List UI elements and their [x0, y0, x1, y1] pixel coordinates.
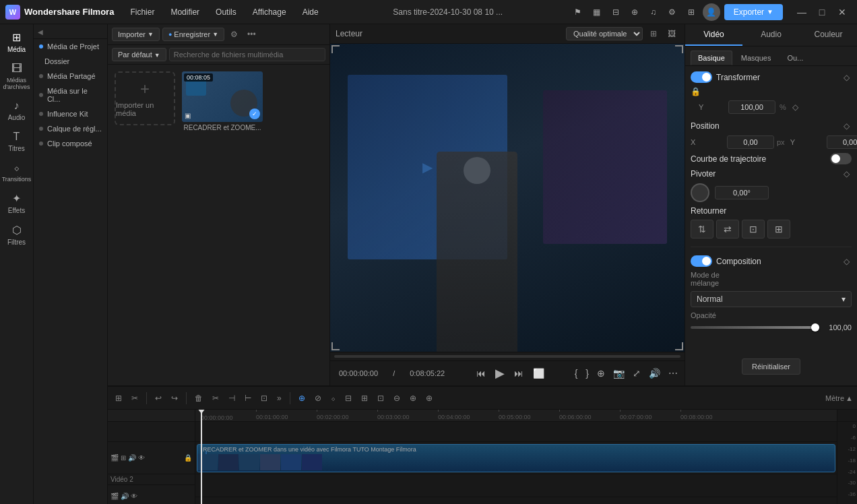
lock-icon[interactable]: 🔒 [691, 87, 701, 96]
play-button[interactable]: ▶ [492, 365, 508, 382]
sub-tab-masques[interactable]: Masques [734, 51, 779, 65]
tree-item-calque[interactable]: Calque de régl... [34, 121, 107, 136]
sub-tab-basique[interactable]: Basique [691, 51, 732, 65]
next-frame-button[interactable]: ⏭ [511, 367, 527, 380]
flip-h-button[interactable]: ⇄ [716, 220, 739, 239]
tl-scissors[interactable]: ✂ [209, 392, 222, 404]
volume-button[interactable]: 🔊 [645, 367, 664, 380]
video2-clip[interactable]: RECADRER et ZOOMER dans une vidéo avec F… [197, 444, 835, 472]
fullscreen-button[interactable]: ⤢ [629, 367, 644, 380]
pivot-circle[interactable] [691, 183, 709, 202]
tab-audio[interactable]: ♪ Audio [1, 96, 32, 125]
tab-archives[interactable]: 🎞 Médias d'archives [1, 59, 32, 94]
tl-magnet[interactable]: ⊕ [295, 392, 309, 404]
scale-keyframe[interactable]: ◇ [790, 102, 801, 113]
flip-4-button[interactable]: ⊞ [767, 220, 790, 239]
tl-audio-detach[interactable]: ⊡ [374, 392, 387, 404]
transformer-toggle[interactable] [691, 71, 712, 83]
video1-mute[interactable]: 🔊 [121, 493, 129, 500]
tl-undo[interactable]: ↩ [152, 392, 165, 404]
add-mark-button[interactable]: ⊕ [594, 367, 608, 380]
tab-titres[interactable]: T Titres [1, 127, 32, 156]
tree-item-partage[interactable]: Média Partagé [34, 69, 107, 84]
prev-frame-button[interactable]: ⏮ [473, 367, 489, 380]
record-button[interactable]: ● Enregistrer ▼ [162, 28, 224, 41]
video2-mute[interactable]: 🔊 [128, 454, 136, 462]
opacity-slider[interactable] [691, 326, 819, 329]
tab-filtres[interactable]: ⬡ Filtres [1, 220, 32, 250]
toolbar-icon-5[interactable]: ♫ [646, 5, 661, 20]
tl-link[interactable]: ⊕ [406, 392, 420, 404]
video2-lock[interactable]: 🔒 [184, 454, 192, 462]
tl-marker[interactable]: ⬦ [327, 392, 339, 404]
toolbar-icon-2[interactable]: ▦ [590, 5, 604, 20]
tree-item-dossier[interactable]: Dossier [34, 54, 107, 69]
pivot-input[interactable] [715, 186, 769, 199]
tree-item-cloud[interactable]: Média sur le Cl... [34, 84, 107, 106]
menu-modifier[interactable]: Modifier [164, 5, 206, 20]
menu-affichage[interactable]: Affichage [246, 5, 293, 20]
import-button[interactable]: Importer ▼ [112, 28, 160, 41]
tab-video[interactable]: Vidéo [685, 24, 742, 46]
tl-crop[interactable]: ⊡ [257, 392, 271, 404]
composition-toggle[interactable] [691, 255, 712, 267]
composition-keyframe[interactable]: ◇ [841, 256, 852, 267]
quality-select[interactable]: Qualité optimale [566, 27, 643, 40]
more-button[interactable]: ⋯ [665, 367, 681, 380]
sub-tab-other[interactable]: Ou... [780, 51, 811, 65]
flip-3-button[interactable]: ⊡ [742, 220, 765, 239]
tab-couleur[interactable]: Couleur [800, 24, 857, 46]
tl-minus[interactable]: ⊖ [390, 392, 404, 404]
toolbar-icon-7[interactable]: ⊞ [684, 5, 699, 20]
user-avatar[interactable]: 👤 [703, 3, 720, 21]
tree-item-clip[interactable]: Clip composé [34, 136, 107, 151]
mark-out-button[interactable]: } [582, 367, 592, 380]
tab-audio-panel[interactable]: Audio [742, 24, 800, 46]
track-row-video2[interactable]: RECADRER et ZOOMER dans une vidéo avec F… [195, 442, 837, 474]
position-keyframe[interactable]: ◇ [841, 121, 852, 131]
flip-v-button[interactable]: ⇅ [691, 220, 713, 239]
scale-y-input[interactable] [728, 100, 775, 114]
pos-x-input[interactable] [727, 135, 774, 149]
blend-select[interactable]: Normal ▾ [691, 291, 852, 307]
toolbar-icon-4[interactable]: ⊕ [627, 5, 642, 20]
sort-button[interactable]: Par défaut ▼ [112, 48, 166, 61]
maximize-button[interactable]: □ [813, 3, 831, 22]
menu-aide[interactable]: Aide [296, 5, 325, 20]
toolbar-icon-6[interactable]: ⚙ [665, 5, 680, 20]
export-button[interactable]: Exporter ▼ [724, 4, 783, 20]
toolbar-icon-1[interactable]: ⚑ [571, 5, 585, 20]
tab-transitions[interactable]: ⬦ Transitions [1, 158, 32, 187]
tl-add-track[interactable]: ⊞ [112, 392, 125, 404]
tree-item-influence[interactable]: Influence Kit [34, 106, 107, 121]
menu-fichier[interactable]: Fichier [123, 5, 161, 20]
stop-button[interactable]: ⬜ [530, 367, 548, 380]
tl-redo[interactable]: ↪ [168, 392, 181, 404]
progress-bar[interactable] [334, 355, 680, 358]
close-button[interactable]: ✕ [833, 3, 852, 22]
more-options-icon[interactable]: ••• [244, 28, 259, 40]
tree-item-projet[interactable]: Média de Projet [34, 39, 107, 54]
video1-eye[interactable]: 👁 [131, 493, 137, 500]
tl-speed[interactable]: ⊞ [358, 392, 371, 404]
toolbar-icon-3[interactable]: ⊟ [608, 5, 623, 20]
tl-more[interactable]: » [274, 392, 285, 404]
minimize-button[interactable]: — [792, 3, 811, 22]
pos-y-input[interactable] [827, 135, 857, 149]
tl-delete[interactable]: 🗑 [191, 392, 206, 404]
video2-eye[interactable]: 👁 [138, 454, 145, 462]
tl-trim[interactable]: ⊣ [225, 392, 239, 404]
tl-add[interactable]: ⊕ [422, 392, 436, 404]
media-thumbnail[interactable]: 00:08:05 ✓ ▣ RECADRER et ZOOME... [182, 71, 263, 131]
reset-button[interactable]: Réinitialiser [742, 358, 800, 375]
menu-outils[interactable]: Outils [209, 5, 243, 20]
preview-image-icon[interactable]: 🖼 [664, 28, 679, 40]
trajectory-toggle[interactable] [830, 153, 852, 164]
transformer-keyframe[interactable]: ◇ [841, 72, 852, 83]
snapshot-button[interactable]: 📷 [610, 367, 628, 380]
tl-trim2[interactable]: ⊢ [241, 392, 255, 404]
tl-clip-link[interactable]: ⊟ [342, 392, 355, 404]
tab-media[interactable]: ⊞ Média [1, 27, 32, 57]
mark-in-button[interactable]: { [571, 367, 581, 380]
filter-icon[interactable]: ⚙ [227, 28, 241, 40]
